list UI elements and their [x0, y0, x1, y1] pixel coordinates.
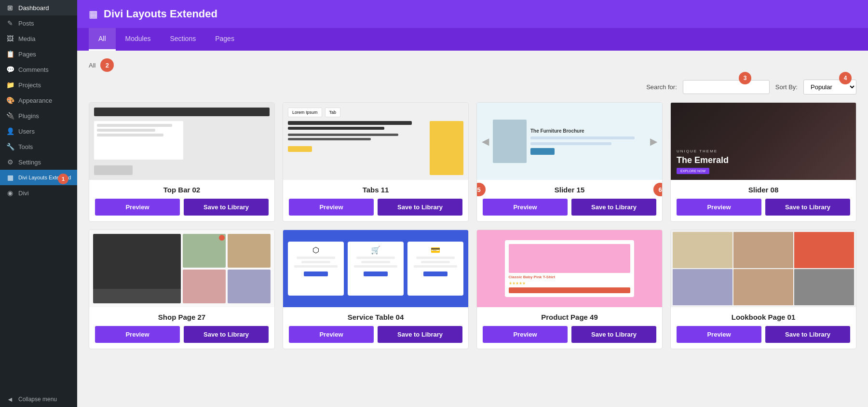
badge-2: 2	[100, 58, 114, 72]
card-preview-lookbook-01	[671, 230, 856, 307]
card-body-slider-08: Slider 08 Preview Save to Library	[671, 180, 856, 221]
sidebar-item-label: Collapse menu	[18, 396, 57, 403]
card-slider-15: 5 6 ◀ The Furniture Brochure ▶	[476, 102, 663, 222]
preview-button-product-49[interactable]: Preview	[483, 326, 568, 343]
card-preview-top-bar-02	[89, 103, 274, 180]
sidebar-item-users[interactable]: 👤 Users	[0, 123, 77, 139]
card-buttons-service-04: Preview Save to Library	[289, 326, 462, 343]
card-service-04: ⬡ 🛒	[283, 230, 469, 349]
content-area: All 2 3 4 Search for: Sort By: Popular N…	[77, 51, 868, 407]
card-preview-shop-27	[89, 230, 274, 307]
card-buttons-lookbook-01: Preview Save to Library	[677, 326, 850, 343]
preview-button-slider-15[interactable]: Preview	[483, 199, 568, 216]
card-title-slider-08: Slider 08	[748, 186, 779, 194]
card-lookbook-01: Lookbook Page 01 Preview Save to Library	[670, 230, 856, 349]
card-product-49: Classic Baby Pink T-Shirt ★★★★★ Product …	[476, 230, 663, 349]
card-buttons-shop-27: Preview Save to Library	[95, 326, 269, 343]
card-title-service-04: Service Table 04	[348, 313, 404, 321]
card-buttons-top-bar-02: Preview Save to Library	[95, 199, 269, 216]
page-title: Divi Layouts Extended	[104, 8, 217, 20]
divi-icon: ◉	[6, 189, 14, 197]
card-tabs-11: Lorem Ipsum Tab	[283, 102, 469, 222]
comments-icon: 💬	[6, 66, 14, 73]
tab-bar: All Modules Sections Pages	[77, 28, 868, 51]
card-title-slider-15: Slider 15	[555, 186, 585, 194]
all-filter-row: All 2	[89, 58, 856, 72]
sidebar-item-label: Media	[18, 35, 35, 42]
header-icon: ▦	[89, 8, 98, 20]
sidebar-item-label: Comments	[18, 66, 49, 73]
card-preview-service-04: ⬡ 🛒	[283, 230, 468, 307]
preview-button-top-bar-02[interactable]: Preview	[95, 199, 180, 216]
preview-button-shop-27[interactable]: Preview	[95, 326, 180, 343]
sidebar-item-settings[interactable]: ⚙ Settings	[0, 154, 77, 170]
tab-pages[interactable]: Pages	[205, 28, 244, 51]
sidebar-item-label: Settings	[18, 159, 41, 166]
save-button-slider-15[interactable]: Save to Library	[571, 199, 656, 216]
save-button-service-04[interactable]: Save to Library	[378, 326, 462, 343]
card-body-shop-27: Shop Page 27 Preview Save to Library	[89, 307, 274, 349]
preview-button-tabs-11[interactable]: Preview	[289, 199, 374, 216]
save-button-slider-08[interactable]: Save to Library	[765, 199, 850, 216]
sidebar-item-label: Users	[18, 128, 35, 135]
sidebar-item-posts[interactable]: ✎ Posts	[0, 15, 77, 31]
sort-label: Sort By:	[775, 83, 798, 91]
tools-icon: 🔧	[6, 143, 14, 150]
settings-icon: ⚙	[6, 158, 14, 166]
tab-modules[interactable]: Modules	[116, 28, 161, 51]
sidebar-item-plugins[interactable]: 🔌 Plugins	[0, 108, 77, 123]
pages-icon: 📋	[6, 50, 14, 58]
card-preview-product-49: Classic Baby Pink T-Shirt ★★★★★	[477, 230, 662, 307]
card-title-tabs-11: Tabs 11	[363, 186, 389, 194]
sidebar-item-label: Pages	[18, 51, 36, 58]
card-body-top-bar-02: Top Bar 02 Preview Save to Library	[89, 180, 274, 221]
card-buttons-slider-15: Preview Save to Library	[483, 199, 656, 216]
save-button-tabs-11[interactable]: Save to Library	[378, 199, 462, 216]
save-button-shop-27[interactable]: Save to Library	[184, 326, 269, 343]
card-preview-slider-15: ◀ The Furniture Brochure ▶	[477, 103, 662, 180]
sidebar: ⊞ Dashboard ✎ Posts 🖼 Media 📋 Pages 💬 Co…	[0, 0, 77, 407]
sidebar-item-appearance[interactable]: 🎨 Appearance	[0, 93, 77, 108]
sidebar-item-label: Projects	[18, 81, 41, 89]
card-buttons-slider-08: Preview Save to Library	[677, 199, 850, 216]
layout-grid: Top Bar 02 Preview Save to Library Lorem…	[89, 102, 856, 349]
sidebar-item-projects[interactable]: 📁 Projects	[0, 77, 77, 93]
preview-button-slider-08[interactable]: Preview	[677, 199, 761, 216]
sidebar-item-comments[interactable]: 💬 Comments	[0, 62, 77, 77]
card-body-lookbook-01: Lookbook Page 01 Preview Save to Library	[671, 307, 856, 349]
sidebar-item-media[interactable]: 🖼 Media	[0, 31, 77, 46]
sidebar-item-divi[interactable]: ◉ Divi	[0, 185, 77, 201]
tab-all[interactable]: All	[89, 28, 116, 51]
sidebar-item-label: Dashboard	[18, 4, 49, 12]
sidebar-item-label: Tools	[18, 143, 33, 150]
card-body-product-49: Product Page 49 Preview Save to Library	[477, 307, 662, 349]
card-buttons-product-49: Preview Save to Library	[483, 326, 656, 343]
card-title-lookbook-01: Lookbook Page 01	[732, 313, 796, 321]
preview-button-lookbook-01[interactable]: Preview	[677, 326, 761, 343]
badge-3: 3	[739, 72, 751, 84]
card-body-slider-15: Slider 15 Preview Save to Library	[477, 180, 662, 221]
main-content: ▦ Divi Layouts Extended All Modules Sect…	[77, 0, 868, 407]
search-sort-row: 3 4 Search for: Sort By: Popular Newest …	[89, 80, 856, 95]
card-body-tabs-11: Tabs 11 Preview Save to Library	[283, 180, 468, 221]
sidebar-item-divi-layouts[interactable]: ▦ Divi Layouts Extended 1	[0, 170, 77, 185]
tab-sections[interactable]: Sections	[160, 28, 205, 51]
save-button-lookbook-01[interactable]: Save to Library	[765, 326, 850, 343]
sidebar-item-label: Appearance	[18, 97, 52, 104]
sidebar-item-collapse[interactable]: ◄ Collapse menu	[0, 392, 77, 407]
card-buttons-tabs-11: Preview Save to Library	[289, 199, 462, 216]
sidebar-item-pages[interactable]: 📋 Pages	[0, 46, 77, 62]
sidebar-item-label: Divi	[18, 190, 29, 197]
save-button-product-49[interactable]: Save to Library	[571, 326, 656, 343]
media-icon: 🖼	[6, 35, 14, 42]
card-preview-tabs-11: Lorem Ipsum Tab	[283, 103, 468, 180]
preview-button-service-04[interactable]: Preview	[289, 326, 374, 343]
page-header: ▦ Divi Layouts Extended	[77, 0, 868, 28]
sidebar-item-tools[interactable]: 🔧 Tools	[0, 139, 77, 154]
divi-layouts-icon: ▦	[6, 174, 14, 181]
card-title-shop-27: Shop Page 27	[158, 313, 205, 321]
save-button-top-bar-02[interactable]: Save to Library	[184, 199, 269, 216]
card-title-top-bar-02: Top Bar 02	[163, 186, 200, 194]
sidebar-item-dashboard[interactable]: ⊞ Dashboard	[0, 0, 77, 15]
search-input[interactable]	[683, 80, 770, 94]
